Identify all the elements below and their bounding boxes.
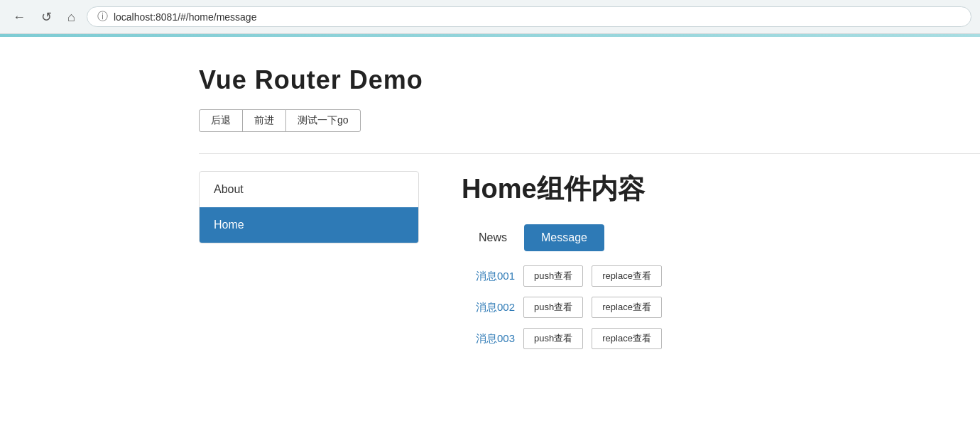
message-link-1[interactable]: 消息001 [476,270,515,283]
url-text: localhost:8081/#/home/message [114,11,257,23]
nav-item-home[interactable]: Home [200,207,418,243]
message-link-3[interactable]: 消息003 [476,332,515,346]
message-list: 消息001 push查看 replace查看 消息002 push查看 repl… [462,265,980,349]
nav-panel: About Home [199,171,419,243]
replace-btn-3[interactable]: replace查看 [592,328,662,349]
message-item-1: 消息001 push查看 replace查看 [476,265,980,287]
replace-btn-1[interactable]: replace查看 [592,265,662,287]
push-btn-2[interactable]: push查看 [523,297,583,318]
forward-history-button[interactable]: 前进 [242,109,286,132]
page-title: Vue Router Demo [199,65,980,95]
go-button[interactable]: 测试一下go [285,109,361,132]
reload-button[interactable]: ↺ [37,8,56,26]
message-item-2: 消息002 push查看 replace查看 [476,297,980,318]
browser-chrome: ← ↺ ⌂ ⓘ localhost:8081/#/home/message [0,0,980,34]
push-btn-1[interactable]: push查看 [523,265,583,287]
nav-item-about[interactable]: About [200,172,418,207]
home-content: Home组件内容 News Message 消息001 push查看 repla… [419,171,980,359]
tab-message[interactable]: Message [524,224,604,251]
divider [199,153,980,154]
sub-tabs: News Message [462,224,980,251]
message-item-3: 消息003 push查看 replace查看 [476,328,980,349]
info-icon: ⓘ [97,10,108,23]
main-layout: About Home Home组件内容 News Message 消息00 [199,171,980,359]
message-link-2[interactable]: 消息002 [476,301,515,314]
address-bar[interactable]: ⓘ localhost:8081/#/home/message [87,6,971,27]
push-btn-3[interactable]: push查看 [523,328,583,349]
home-title: Home组件内容 [462,171,980,207]
back-button[interactable]: ← [9,8,30,26]
tab-news[interactable]: News [462,224,524,251]
page-content: Vue Router Demo 后退 前进 测试一下go About Home … [0,37,980,388]
home-button[interactable]: ⌂ [63,8,80,26]
replace-btn-2[interactable]: replace查看 [592,297,662,318]
toolbar: 后退 前进 测试一下go [199,109,980,132]
back-history-button[interactable]: 后退 [199,109,243,132]
